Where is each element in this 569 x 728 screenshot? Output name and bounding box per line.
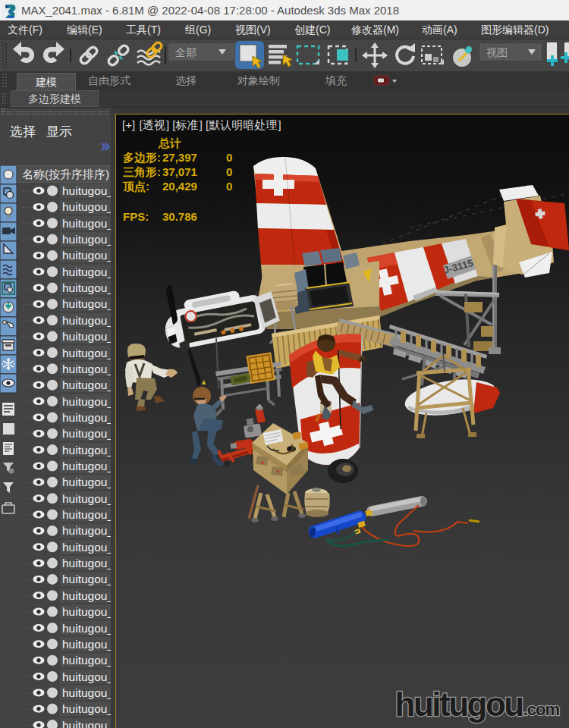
- svg-text:huitugou_: huitugou_: [62, 589, 114, 602]
- svg-text:全部: 全部: [175, 46, 196, 58]
- svg-text:huitugou_: huitugou_: [62, 719, 114, 728]
- svg-text:huitugou_: huitugou_: [62, 411, 114, 424]
- svg-text:huitugou_: huitugou_: [62, 622, 114, 635]
- svg-text:huitugou_: huitugou_: [62, 573, 114, 585]
- svg-text:huitugou_: huitugou_: [62, 654, 114, 667]
- svg-text:huitugou_: huitugou_: [62, 265, 114, 278]
- svg-text:huitugou_: huitugou_: [62, 362, 114, 375]
- svg-text:huitugou_: huitugou_: [62, 217, 114, 230]
- svg-text:huitugou_: huitugou_: [62, 444, 114, 457]
- svg-text:huitugou_: huitugou_: [62, 605, 114, 618]
- svg-text:huitugou_: huitugou_: [62, 508, 114, 521]
- svg-text:huitugou_: huitugou_: [62, 233, 114, 246]
- svg-text:huitugou_: huitugou_: [62, 200, 114, 213]
- svg-text:huitugou_: huitugou_: [62, 427, 114, 440]
- svg-text:huitugou_: huitugou_: [62, 460, 114, 472]
- svg-text:huitugou.com: huitugou.com: [395, 686, 560, 723]
- svg-text:huitugou_: huitugou_: [62, 314, 114, 327]
- svg-text:huitugou_: huitugou_: [62, 638, 114, 651]
- svg-text:huitugou_: huitugou_: [62, 686, 114, 699]
- svg-text:huitugou_: huitugou_: [62, 184, 114, 197]
- svg-text:huitugou_: huitugou_: [62, 378, 114, 391]
- svg-text:huitugou_: huitugou_: [62, 395, 114, 408]
- svg-text:huitugou_: huitugou_: [62, 557, 114, 570]
- svg-text:huitugou_: huitugou_: [62, 475, 114, 488]
- svg-text:huitugou_: huitugou_: [62, 330, 114, 343]
- svg-text:huitugou_: huitugou_: [62, 702, 114, 715]
- svg-text:huitugou_: huitugou_: [62, 492, 114, 505]
- svg-text:huitugou_: huitugou_: [62, 541, 114, 554]
- svg-text:huitugou_: huitugou_: [62, 249, 114, 262]
- svg-text:huitugou_: huitugou_: [62, 524, 114, 537]
- svg-text:huitugou_: huitugou_: [62, 347, 114, 359]
- svg-text:huitugou_: huitugou_: [62, 670, 114, 683]
- svg-text:huitugou_: huitugou_: [62, 297, 114, 310]
- svg-text:视图: 视图: [486, 46, 508, 58]
- svg-text:huitugou_: huitugou_: [62, 281, 114, 294]
